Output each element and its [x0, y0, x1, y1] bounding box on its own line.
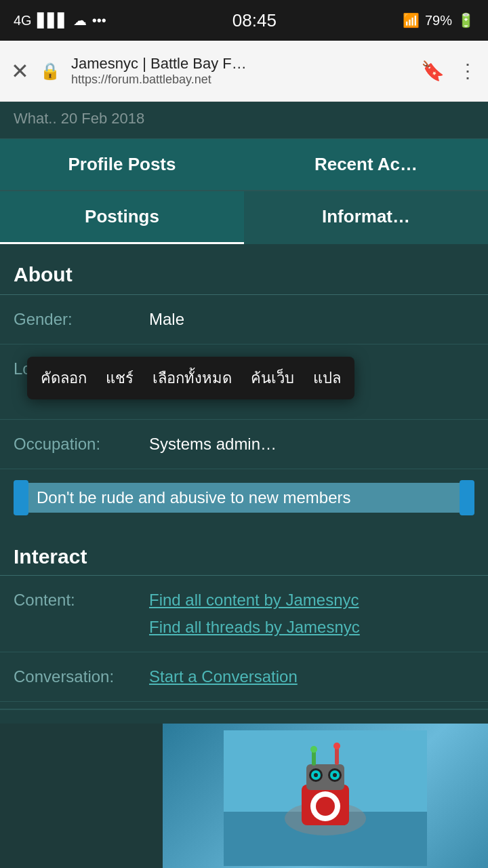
find-content-link[interactable]: Find all content by Jamesnyc [149, 591, 360, 610]
svg-rect-13 [312, 751, 316, 766]
svg-point-15 [310, 746, 317, 753]
page-content: What.. 20 Feb 2018 Profile Posts Recent … [0, 102, 488, 868]
game-illustration [224, 730, 427, 866]
content-label: Content: [14, 591, 149, 610]
bookmark-icon[interactable]: 🔖 [421, 60, 445, 82]
context-copy[interactable]: คัดลอก [41, 366, 87, 390]
svg-point-5 [316, 797, 335, 816]
selection-container: Don't be rude and abusive to new members [0, 469, 488, 526]
battery-text: 79% [425, 13, 452, 28]
browser-bar: ✕ 🔒 Jamesnyc | Battle Bay F… https://for… [0, 41, 488, 102]
occupation-row: Occupation: Systems admin… [0, 420, 488, 469]
interact-section: Interact Content: Find all content by Ja… [0, 526, 488, 702]
status-bar: 4G ▋▋▋ ☁ ••• 08:45 📶 79% 🔋 [0, 0, 488, 41]
about-section: About Gender: Male Lo… คัดลอก แชร์ เลือก… [0, 244, 488, 526]
svg-point-12 [333, 773, 337, 777]
start-conversation-link[interactable]: Start a Conversation [149, 667, 298, 686]
selection-handle-right [460, 480, 474, 515]
location-row: Lo… คัดลอก แชร์ เลือกทั้งหมด ค้นเว็บ แปล [0, 344, 488, 420]
faded-text: What.. 20 Feb 2018 [14, 110, 144, 127]
context-web-search[interactable]: ค้นเว็บ [251, 366, 294, 390]
interact-title: Interact [0, 526, 488, 575]
conversation-label: Conversation: [14, 667, 149, 686]
game-image [163, 724, 488, 868]
bottom-image-area [0, 724, 488, 868]
nav-tabs-row2: Postings Informat… [0, 191, 488, 244]
content-links: Find all content by Jamesnyc Find all th… [149, 591, 360, 637]
find-threads-link[interactable]: Find all threads by Jamesnyc [149, 618, 360, 637]
gender-row: Gender: Male [0, 295, 488, 344]
signal-text: 4G [14, 13, 32, 28]
tab-postings[interactable]: Postings [0, 191, 244, 244]
top-faded-section: What.. 20 Feb 2018 [0, 102, 488, 139]
about-title: About [0, 244, 488, 294]
occupation-label: Occupation: [14, 435, 149, 454]
status-time: 08:45 [232, 10, 277, 31]
svg-point-16 [333, 743, 340, 749]
lock-icon: 🔒 [40, 62, 60, 81]
tab-profile-posts[interactable]: Profile Posts [0, 139, 244, 190]
selection-handle-left [14, 480, 28, 515]
conversation-row: Conversation: Start a Conversation [0, 652, 488, 702]
status-left: 4G ▋▋▋ ☁ ••• [14, 12, 106, 28]
svg-rect-14 [335, 747, 339, 765]
tab-information[interactable]: Informat… [244, 191, 488, 244]
browser-action-icons: 🔖 ⋮ [421, 60, 477, 82]
gender-value: Male [149, 310, 474, 329]
svg-point-9 [314, 773, 318, 777]
context-select-all[interactable]: เลือกทั้งหมด [152, 366, 232, 390]
page-url: https://forum.battlebay.net [71, 73, 410, 87]
wifi-icon: 📶 [403, 12, 420, 28]
url-block[interactable]: Jamesnyc | Battle Bay F… https://forum.b… [71, 55, 410, 87]
context-translate[interactable]: แปล [313, 366, 341, 390]
context-share[interactable]: แชร์ [106, 366, 134, 390]
cloud-icon: ☁ [73, 12, 87, 28]
selected-text: Don't be rude and abusive to new members [28, 483, 460, 513]
occupation-value: Systems admin… [149, 435, 474, 454]
page-title: Jamesnyc | Battle Bay F… [71, 55, 410, 73]
status-right: 📶 79% 🔋 [403, 12, 474, 28]
gender-label: Gender: [14, 310, 149, 329]
more-options-icon[interactable]: ⋮ [458, 60, 477, 82]
content-row: Content: Find all content by Jamesnyc Fi… [0, 576, 488, 652]
nav-tabs-row1: Profile Posts Recent Ac… [0, 139, 488, 191]
signal-bars: ▋▋▋ [37, 12, 68, 28]
battery-icon: 🔋 [458, 12, 474, 28]
bottom-divider [0, 709, 488, 710]
tab-recent-activity[interactable]: Recent Ac… [244, 139, 488, 190]
context-menu: คัดลอก แชร์ เลือกทั้งหมด ค้นเว็บ แปล [27, 357, 354, 399]
close-tab-icon[interactable]: ✕ [11, 58, 29, 84]
more-dots: ••• [92, 13, 106, 28]
